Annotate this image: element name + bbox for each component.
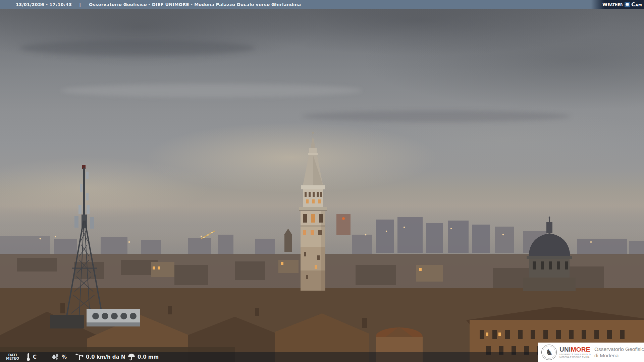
temperature-value: C [33,354,37,360]
unimore-wordmark: UNIMORE UNIVERSITÀ DEGLI STUDI DI MODENA… [559,346,591,358]
unimore-uni-text: UNI [559,346,571,353]
weathercam-weather-label: Weather [602,2,623,7]
rain-reading: 0.0 mm [127,352,159,362]
humidity-drops-icon [51,353,60,361]
temperature-reading: C [25,352,37,362]
separator: | [79,2,81,7]
unimore-seal-icon: ♞ [541,345,557,360]
meteo-data-label: DATI METEO [6,352,19,362]
unimore-more-text: MORE [571,346,590,353]
humidity-value: % [62,354,67,360]
vignette [0,0,644,362]
webcam-title: Osservatorio Geofisico - DIEF UNIMORE - … [89,2,301,7]
wind-value: 0.0 km/h da N [86,354,125,360]
university-line1: UNIVERSITÀ DEGLI STUDI DI [559,353,591,356]
observatory-line2: di Modena [594,352,644,359]
anemometer-icon [75,353,84,361]
rain-value: 0.0 mm [138,354,159,360]
umbrella-icon [127,353,136,361]
meteo-label-line2: METEO [6,357,19,360]
webcam-view: 13/01/2026 - 17:10:43 | Osservatorio Geo… [0,0,644,362]
observatory-name: Osservatorio Geofisico di Modena [594,346,644,359]
unimore-logo[interactable]: ♞ UNIMORE UNIVERSITÀ DEGLI STUDI DI MODE… [538,343,644,362]
university-line2: MODENA E REGGIO EMILIA [559,356,591,359]
weathercam-logo[interactable]: Weather Cam [591,0,644,9]
weathercam-cam-label: Cam [631,1,642,8]
observatory-line1: Osservatorio Geofisico [594,346,644,352]
humidity-reading: % [51,352,67,362]
wind-reading: 0.0 km/h da N [75,352,125,362]
top-bar: 13/01/2026 - 17:10:43 | Osservatorio Geo… [0,0,644,9]
webcam-photo [0,0,644,362]
thermometer-icon [25,353,31,361]
datetime-label: 13/01/2026 - 17:10:43 [16,2,72,7]
knight-glyph: ♞ [545,348,553,357]
camera-lens-icon [625,2,630,7]
